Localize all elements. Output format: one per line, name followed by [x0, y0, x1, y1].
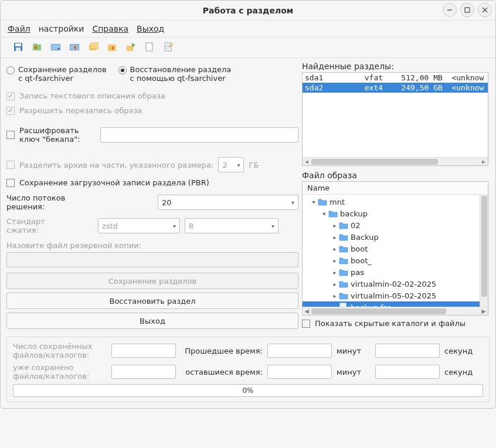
chevron-down-icon[interactable]: ▾ [320, 211, 328, 217]
tree-item-label: 02 [351, 221, 361, 230]
toolbar-disk-icon[interactable] [50, 41, 62, 53]
toolbar [1, 38, 495, 58]
radio-restore-label: Восстановление раздела с помощью qt-fsar… [130, 65, 232, 83]
split-unit-label: ГБ [249, 161, 259, 169]
tree-header-name[interactable]: Name [303, 182, 488, 195]
tree-folder[interactable]: ▸pas [303, 266, 488, 278]
chevron-right-icon[interactable]: ▸ [331, 257, 339, 264]
radio-restore-partition[interactable] [118, 66, 127, 74]
backup-name-label: Назовите файл резервной копии: [6, 241, 298, 250]
seconds-unit-2: секунд [444, 368, 478, 376]
remaining-minutes-value [267, 365, 332, 379]
tree-vscrollbar[interactable] [480, 195, 488, 307]
file-tree[interactable]: Name ▾mnt▾backup▸02▸Backup▸boot▸boot_▸pa… [302, 181, 488, 315]
remaining-seconds-value [375, 365, 440, 379]
saved-count-label: Число сохранённых файлов/каталогов: [13, 342, 107, 359]
checkbox-allow-overwrite-label: Разрешить перезапись образа [19, 106, 142, 115]
svg-rect-14 [91, 43, 98, 49]
checkbox-decrypt-key[interactable] [6, 131, 15, 139]
folder-icon [339, 268, 348, 276]
tree-folder[interactable]: ▸02 [303, 219, 488, 231]
saved-count-value [111, 344, 176, 358]
folder-icon [339, 256, 348, 264]
already-saved-label: уже сохранено файлов/каталогов: [13, 363, 107, 381]
titlebar: Работа с разделом [1, 1, 495, 21]
already-saved-value [111, 365, 176, 379]
folder-icon [339, 221, 348, 229]
toolbar-edit-doc-icon[interactable] [162, 41, 174, 53]
tree-folder[interactable]: ▸boot_ [303, 254, 488, 266]
chevron-right-icon[interactable]: ▸ [331, 222, 339, 229]
tree-item-label: backup [340, 209, 368, 218]
checkbox-save-pbr[interactable] [6, 179, 15, 187]
minimize-button[interactable] [443, 3, 457, 17]
tree-folder[interactable]: ▸boot [303, 243, 488, 254]
checkbox-write-description [6, 92, 15, 100]
folder-icon [318, 198, 327, 206]
radio-save-label: Сохранение разделов с qt-fsarchiver [18, 65, 107, 83]
svg-point-10 [58, 48, 60, 50]
compress-algo-select: zstd▾ [98, 218, 180, 233]
chevron-right-icon[interactable]: ▸ [331, 269, 339, 276]
window-title: Работа с разделом [203, 6, 293, 15]
menu-settings[interactable]: настройки [39, 24, 84, 33]
remaining-label: оставшиеся время: [181, 368, 263, 376]
checkbox-allow-overwrite [6, 107, 15, 115]
exit-button[interactable]: Выход [6, 313, 298, 329]
tree-folder[interactable]: ▸virtualmin-02-02-2025 [303, 278, 488, 290]
toolbar-disk-restore-icon[interactable] [69, 41, 80, 53]
checkbox-write-description-label: Запись текстового описания образа [19, 91, 165, 100]
restore-partition-button[interactable]: Восстановить раздел [6, 293, 298, 309]
svg-rect-1 [465, 8, 470, 12]
compress-label: Стандарт сжатия: [6, 217, 93, 235]
toolbar-export-icon[interactable] [125, 41, 137, 53]
folder-icon [339, 233, 348, 241]
partitions-hscrollbar[interactable]: ◀ ▶ [303, 157, 488, 165]
tree-hscrollbar[interactable]: ◀ ▶ [303, 307, 488, 315]
close-button[interactable] [478, 3, 492, 17]
chevron-right-icon[interactable]: ▸ [331, 293, 339, 299]
tree-folder[interactable]: ▸virtualmin-05-02-2025 [303, 290, 488, 301]
threads-select[interactable]: 20▾ [158, 195, 298, 210]
chevron-right-icon[interactable]: ▸ [331, 281, 339, 287]
partition-row[interactable]: sda1 vfat 512,00 MB <unknow [303, 73, 488, 83]
tree-item-label: boot [351, 245, 368, 253]
toolbar-folder-clone-icon[interactable] [87, 41, 99, 53]
folder-icon [328, 209, 338, 218]
backup-name-input [6, 252, 298, 267]
chevron-right-icon[interactable]: ▸ [331, 246, 339, 252]
svg-rect-6 [16, 47, 21, 51]
menu-file[interactable]: Файл [8, 24, 30, 33]
progress-bar: 0% [13, 384, 483, 397]
checkbox-show-hidden[interactable] [302, 320, 310, 328]
checkbox-split-archive [6, 161, 15, 169]
seconds-unit-1: секунд [444, 347, 478, 355]
show-hidden-label: Показать скрытые каталоги и файлы [315, 319, 466, 328]
menu-help[interactable]: Справка [92, 24, 128, 33]
partition-row[interactable]: sda2 ext4 249,50 GB <unknow [303, 83, 488, 93]
tree-folder[interactable]: ▸Backup [303, 231, 488, 243]
tree-folder[interactable]: ▾backup [303, 208, 488, 219]
split-archive-label: Разделить архив на части, указанного раз… [19, 161, 213, 169]
save-pbr-label: Сохранение загрузочной записи раздела (P… [19, 178, 209, 187]
maximize-button[interactable] [460, 3, 474, 17]
elapsed-seconds-value [375, 344, 440, 358]
toolbar-folder-restore-icon[interactable] [106, 41, 118, 53]
menubar: Файл настройки Справка Выход [1, 21, 495, 38]
toolbar-save-icon[interactable] [12, 41, 24, 53]
decrypt-key-label: Расшифровать ключ "бекапа": [19, 126, 96, 144]
tree-item-label: virtualmin-02-02-2025 [351, 280, 436, 289]
chevron-right-icon[interactable]: ▸ [331, 234, 339, 240]
elapsed-label: Прошедшее время: [181, 347, 263, 355]
tree-item-label: virtualmin-05-02-2025 [351, 291, 436, 300]
chevron-down-icon[interactable]: ▾ [310, 199, 318, 205]
toolbar-new-doc-icon[interactable] [144, 41, 155, 53]
compress-level-select: 8▾ [185, 218, 278, 233]
toolbar-restore-partition-icon[interactable] [31, 41, 43, 53]
tree-folder[interactable]: ▾mnt [303, 196, 488, 208]
radio-save-partitions[interactable] [6, 66, 15, 74]
menu-exit[interactable]: Выход [137, 24, 164, 33]
image-file-label: Файл образа [302, 171, 488, 180]
decrypt-key-input[interactable] [100, 127, 298, 142]
partitions-list[interactable]: sda1 vfat 512,00 MB <unknowsda2 ext4 249… [302, 72, 488, 166]
